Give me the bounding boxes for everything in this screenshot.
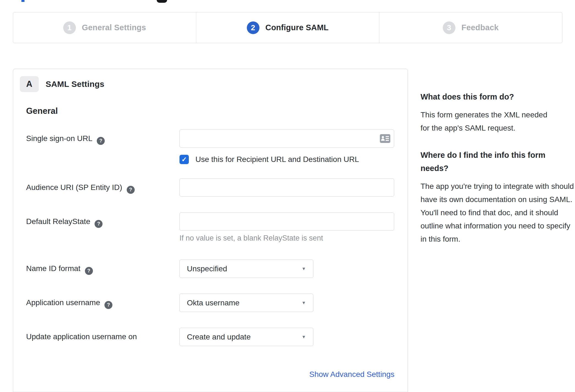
step-number-badge: 2 (247, 21, 259, 34)
recipient-url-checkbox[interactable]: ✓ (179, 155, 189, 164)
name-id-format-select[interactable]: Unspecified ▼ (179, 260, 313, 278)
sso-url-label: Single sign-on URL? (26, 134, 105, 145)
wizard-stepper: 1 General Settings 2 Configure SAML 3 Fe… (13, 12, 562, 43)
chevron-down-icon: ▼ (302, 300, 306, 305)
saml-settings-panel: A SAML Settings General Single sign-on U… (13, 69, 408, 392)
audience-uri-label-text: Audience URI (SP Entity ID) (26, 183, 122, 192)
relaystate-field-wrap (179, 212, 394, 231)
panel-title: SAML Settings (46, 79, 104, 89)
step-label: General Settings (82, 23, 146, 32)
step-number-badge: 3 (443, 21, 455, 34)
step-label: Configure SAML (266, 23, 329, 32)
sso-url-field-wrap (179, 129, 394, 148)
chevron-down-icon: ▼ (302, 335, 306, 339)
help-icon[interactable]: ? (97, 137, 105, 145)
help-answer-1: This form generates the XML needed for t… (421, 108, 558, 135)
panel-header: A SAML Settings (20, 76, 104, 92)
update-username-value: Create and update (187, 333, 251, 341)
section-badge-a: A (20, 76, 39, 92)
relaystate-hint: If no value is set, a blank RelayState i… (179, 234, 323, 242)
app-username-label-text: Application username (26, 298, 100, 307)
cut-off-logo-fragment (157, 0, 167, 3)
app-username-value: Okta username (187, 299, 239, 307)
help-icon[interactable]: ? (95, 220, 103, 228)
audience-uri-input[interactable] (179, 178, 394, 197)
app-username-label: Application username? (26, 298, 112, 309)
relaystate-input[interactable] (179, 212, 394, 231)
section-title-general: General (26, 106, 58, 116)
help-question-2: Where do I find the info this form needs… (421, 148, 566, 175)
help-icon[interactable]: ? (127, 186, 135, 194)
relaystate-label-text: Default RelayState (26, 217, 90, 226)
update-username-label: Update application username on (26, 332, 137, 341)
update-username-label-text: Update application username on (26, 332, 137, 341)
update-username-select[interactable]: Create and update ▼ (179, 328, 313, 346)
step-configure-saml[interactable]: 2 Configure SAML (196, 12, 379, 43)
chevron-down-icon: ▼ (302, 266, 306, 271)
sso-url-input[interactable] (179, 129, 394, 148)
step-number-badge: 1 (63, 21, 76, 34)
step-label: Feedback (461, 23, 499, 32)
relaystate-label: Default RelayState? (26, 217, 103, 228)
audience-uri-label: Audience URI (SP Entity ID)? (26, 183, 135, 194)
contact-card-icon[interactable] (380, 134, 390, 143)
help-question-1: What does this form do? (421, 90, 574, 103)
step-feedback[interactable]: 3 Feedback (379, 12, 562, 43)
help-sidebar: What does this form do? This form genera… (421, 90, 574, 246)
help-icon[interactable]: ? (85, 267, 93, 275)
name-id-format-label: Name ID format? (26, 264, 93, 275)
app-username-select[interactable]: Okta username ▼ (179, 294, 313, 312)
show-advanced-settings-link[interactable]: Show Advanced Settings (309, 370, 394, 379)
name-id-format-label-text: Name ID format (26, 264, 81, 273)
name-id-format-value: Unspecified (187, 264, 227, 273)
help-answer-2: The app you're trying to integrate with … (421, 180, 574, 246)
audience-uri-field-wrap (179, 178, 394, 197)
sso-url-label-text: Single sign-on URL (26, 134, 92, 143)
recipient-url-checkbox-label[interactable]: Use this for Recipient URL and Destinati… (195, 155, 359, 164)
step-general-settings[interactable]: 1 General Settings (13, 12, 196, 43)
help-icon[interactable]: ? (104, 301, 112, 309)
cut-off-title-accent (21, 0, 24, 2)
recipient-url-checkbox-row: ✓ Use this for Recipient URL and Destina… (179, 155, 359, 164)
